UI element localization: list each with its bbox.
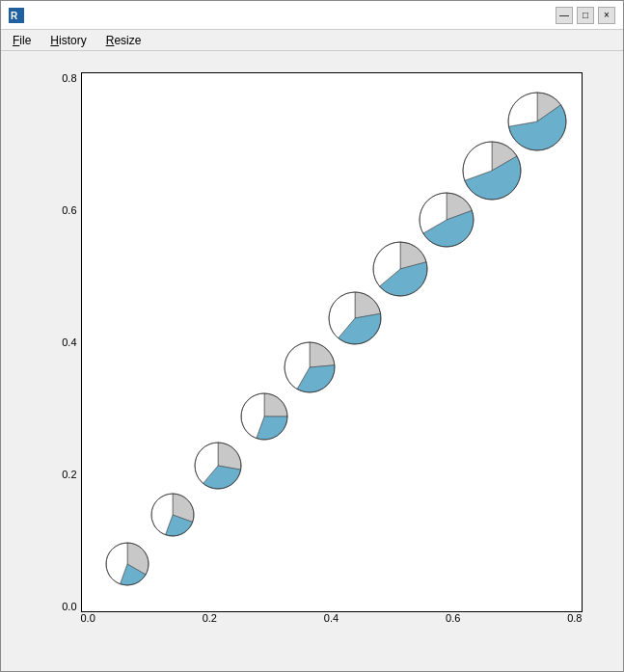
- app-icon: R: [9, 8, 24, 23]
- x-tick: 0.6: [446, 612, 460, 624]
- pie-chart: [149, 492, 196, 538]
- x-tick: 0.4: [324, 612, 339, 624]
- menu-resize[interactable]: Resize: [98, 32, 149, 49]
- pie-chart: [104, 541, 150, 587]
- menu-history[interactable]: History: [42, 32, 94, 49]
- x-tick: 0.8: [567, 612, 582, 624]
- y-tick: 0.8: [62, 72, 76, 84]
- y-ticks: 0.8 0.6 0.4 0.2 0.0: [33, 72, 81, 612]
- menu-bar: File History Resize: [1, 30, 623, 51]
- plot-area: 0.8 0.6 0.4 0.2 0.0 0.0 0.2 0.4 0.6 0.8: [1, 51, 623, 671]
- pie-chart: [193, 441, 243, 491]
- x-ticks: 0.0 0.2 0.4 0.6 0.8: [81, 612, 583, 641]
- x-tick: 0.0: [81, 612, 95, 624]
- y-tick: 0.6: [62, 204, 76, 216]
- menu-file[interactable]: File: [5, 32, 39, 49]
- svg-text:R: R: [11, 11, 18, 21]
- title-bar: R — □ ×: [1, 1, 623, 30]
- minimize-button[interactable]: —: [556, 7, 573, 24]
- window: R — □ × File History Resize: [0, 0, 624, 672]
- pie-chart: [283, 340, 337, 394]
- x-tick: 0.2: [203, 612, 217, 624]
- pie-chart: [327, 290, 383, 346]
- plot-canvas: [81, 72, 583, 612]
- pie-chart: [506, 91, 568, 152]
- y-tick: 0.2: [62, 469, 76, 480]
- maximize-button[interactable]: □: [577, 7, 594, 24]
- close-button[interactable]: ×: [598, 7, 615, 24]
- window-controls: — □ ×: [556, 7, 615, 24]
- y-tick: 0.4: [62, 336, 76, 348]
- plot-container: 0.8 0.6 0.4 0.2 0.0 0.0 0.2 0.4 0.6 0.8: [33, 63, 592, 660]
- y-tick: 0.0: [62, 601, 76, 612]
- pie-chart: [239, 391, 289, 442]
